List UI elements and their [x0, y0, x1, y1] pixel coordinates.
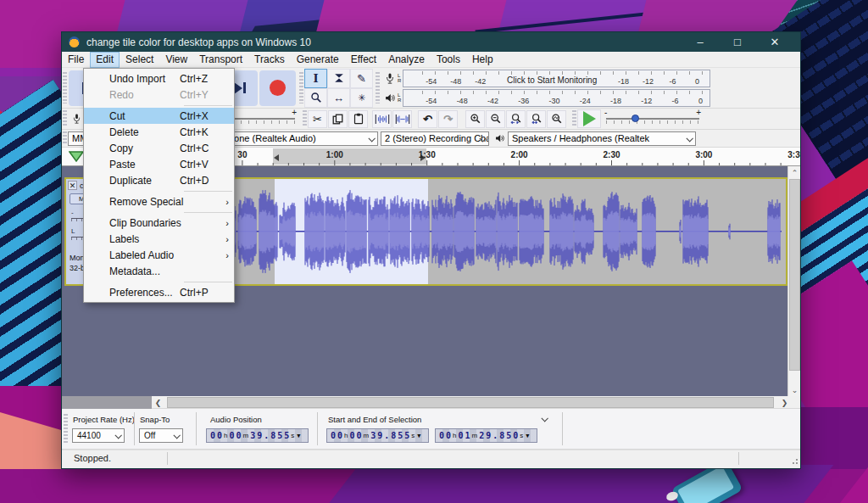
svg-text:1:30: 1:30	[419, 150, 436, 159]
toolbar-grip[interactable]	[63, 131, 67, 145]
minimize-button[interactable]: –	[682, 32, 719, 52]
selection-end-field[interactable]: 00h 01m 29.850s ▼	[435, 428, 537, 443]
caret-down-icon[interactable]: ▼	[297, 433, 300, 439]
menu-item-label: Redo	[109, 89, 180, 101]
toolbar-grip[interactable]	[64, 414, 68, 444]
speaker-icon	[383, 92, 397, 103]
zoom-tool-button[interactable]	[304, 88, 327, 108]
audio-position-field[interactable]: 00h 00m 39.855s ▼	[206, 428, 309, 443]
record-button[interactable]	[259, 70, 296, 106]
paste-button[interactable]	[348, 110, 368, 128]
redo-button[interactable]: ↷	[438, 110, 458, 128]
menu-item[interactable]: Preferences... Ctrl+P	[84, 284, 234, 300]
slider-plus: +	[696, 108, 701, 117]
toolbar-grip[interactable]	[63, 110, 67, 126]
menu-item-accel: Ctrl+K	[180, 126, 222, 138]
vertical-scrollbar[interactable]: ⌃ ⌄	[787, 166, 800, 396]
menu-item[interactable]: Redo Ctrl+Y	[84, 87, 234, 103]
chevron-down-icon	[115, 433, 121, 439]
menubar-item[interactable]: View	[159, 52, 193, 68]
menubar-item[interactable]: Analyze	[382, 52, 431, 68]
multi-tool-button[interactable]: ✳	[350, 88, 373, 108]
menu-item[interactable]: Metadata...	[84, 263, 234, 279]
recording-volume-icon	[70, 113, 83, 125]
toolbar-grip[interactable]	[376, 72, 380, 104]
play-at-speed-button[interactable]	[577, 109, 601, 128]
snap-to-combo[interactable]: Off	[139, 428, 183, 443]
menubar-item[interactable]: Generate	[291, 52, 345, 68]
selection-start-field[interactable]: 00h 00m 39.855s ▼	[326, 428, 429, 443]
play-speed-thumb[interactable]	[632, 115, 639, 122]
draw-tool-button[interactable]: ✎	[350, 69, 373, 88]
trim-audio-button[interactable]	[372, 110, 392, 128]
recording-meter[interactable]: LR -54-48-42 Click to Start Monitoring -…	[383, 69, 710, 87]
audacity-logo-icon	[69, 36, 80, 48]
maximize-button[interactable]: □	[719, 32, 756, 52]
caret-down-icon[interactable]: ▼	[417, 433, 420, 439]
vscroll-thumb[interactable]	[789, 179, 800, 371]
horizontal-scrollbar[interactable]: ❮ ❯	[62, 396, 800, 409]
menu-item[interactable]: Delete Ctrl+K	[84, 124, 234, 140]
menubar-item[interactable]: Edit	[90, 52, 120, 68]
caret-down-icon[interactable]: ▼	[526, 433, 529, 439]
title-bar[interactable]: change tile color for desktop apps on Wi…	[62, 32, 800, 52]
scroll-up-icon[interactable]: ⌃	[788, 166, 801, 179]
playback-device-dropdown[interactable]: Speakers / Headphones (Realtek	[508, 131, 696, 146]
menu-item-label: Preferences...	[109, 287, 180, 299]
hscroll-blank	[62, 396, 152, 409]
playback-meter-bar[interactable]: -54-48-42-36-30-24-18-12-60	[403, 89, 710, 107]
menu-item[interactable]: Labels ›	[84, 231, 234, 247]
scroll-down-icon[interactable]: ⌄	[788, 383, 801, 396]
zoom-toggle-button[interactable]	[547, 110, 566, 128]
silence-audio-button[interactable]	[392, 110, 412, 128]
timeshift-tool-button[interactable]: ↔	[327, 88, 350, 108]
play-speed-slider[interactable]: - +	[606, 111, 699, 126]
toolbar-grip[interactable]	[63, 72, 67, 104]
menu-item-label: Delete	[109, 126, 180, 138]
scroll-right-icon[interactable]: ❯	[778, 396, 791, 409]
menu-item[interactable]: Clip Boundaries ›	[84, 215, 234, 231]
scroll-left-icon[interactable]: ❮	[152, 396, 164, 409]
project-rate-combo[interactable]: 44100	[72, 428, 125, 443]
menubar-item[interactable]: Transport	[193, 52, 248, 68]
menubar-item[interactable]: Effect	[345, 52, 382, 68]
svg-text:3:00: 3:00	[695, 150, 712, 159]
hscroll-thumb[interactable]	[167, 397, 774, 408]
zoom-in-button[interactable]	[465, 110, 485, 128]
undo-button[interactable]: ↶	[418, 110, 437, 128]
menubar-item[interactable]: File	[62, 52, 90, 68]
menu-item[interactable]: Cut Ctrl+X	[84, 108, 234, 124]
monitoring-text[interactable]: Click to Start Monitoring	[492, 75, 611, 87]
cut-button[interactable]: ✂	[308, 110, 327, 128]
recording-meter-bar[interactable]: -54-48-42 Click to Start Monitoring -18-…	[403, 70, 710, 87]
menu-item[interactable]: Labeled Audio ›	[84, 247, 234, 263]
close-button[interactable]: ✕	[756, 32, 793, 52]
menu-item[interactable]: Duplicate Ctrl+D	[84, 172, 234, 188]
zoom-fit-button[interactable]	[526, 110, 546, 128]
selection-tool-button[interactable]: I	[304, 69, 327, 88]
zoom-selection-button[interactable]	[506, 110, 526, 128]
toolbar-grip[interactable]	[572, 110, 576, 126]
menu-item[interactable]: Paste Ctrl+V	[84, 156, 234, 172]
toolbar-grip[interactable]	[299, 72, 303, 104]
envelope-tool-button[interactable]	[327, 69, 350, 88]
menubar-item[interactable]: Help	[466, 52, 499, 68]
menu-item[interactable]: Remove Special ›	[84, 193, 234, 210]
track-close-button[interactable]: ✕	[68, 181, 77, 190]
toolbar-grip[interactable]	[303, 110, 307, 126]
menu-item-accel: Ctrl+V	[180, 159, 222, 170]
waveform-area[interactable]	[151, 179, 786, 284]
copy-button[interactable]	[328, 110, 348, 128]
zoom-out-button[interactable]	[486, 110, 505, 128]
menubar-item[interactable]: Select	[120, 52, 159, 68]
menu-item[interactable]: Undo Import Ctrl+Z	[84, 70, 234, 87]
svg-text:3:30: 3:30	[787, 150, 800, 159]
menu-item[interactable]: Copy Ctrl+C	[84, 140, 234, 156]
menubar-item[interactable]: Tools	[431, 52, 466, 68]
playback-meter[interactable]: LR -54-48-42-36-30-24-18-12-60	[383, 88, 710, 107]
meter-scale-number: -18	[611, 77, 636, 86]
tools-toolbar: I ✎ ↔ ✳	[304, 69, 373, 108]
resize-grip[interactable]	[790, 456, 798, 465]
menubar-item[interactable]: Tracks	[248, 52, 291, 68]
recording-channels-dropdown[interactable]: 2 (Stereo) Recording Chan	[381, 131, 489, 146]
